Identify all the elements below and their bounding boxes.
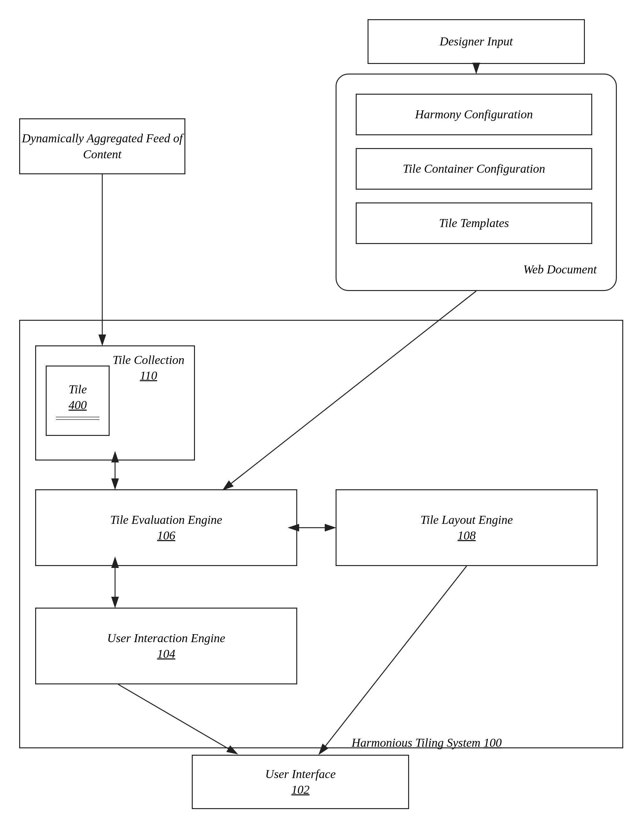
dynamic-feed-box: Dynamically Aggregated Feed of Content bbox=[19, 118, 185, 174]
designer-input-box: Designer Input bbox=[368, 19, 585, 64]
user-interaction-engine-box: User Interaction Engine 104 bbox=[35, 608, 297, 684]
harmonious-system-label: Harmonious Tiling System 100 bbox=[352, 736, 502, 750]
tile-templates-label: Tile Templates bbox=[439, 215, 509, 231]
tile-number: 400 bbox=[69, 397, 87, 413]
web-document-label: Web Document bbox=[523, 262, 597, 277]
tile-eval-engine-box: Tile Evaluation Engine 106 bbox=[35, 489, 297, 566]
tile-label: Tile bbox=[68, 382, 87, 397]
diagram: Designer Input Harmony Configuration Til… bbox=[0, 0, 644, 835]
user-interaction-engine-label: User Interaction Engine bbox=[107, 630, 225, 646]
tile-layout-engine-box: Tile Layout Engine 108 bbox=[336, 489, 598, 566]
tile-container-config-box: Tile Container Configuration bbox=[356, 148, 592, 190]
user-interface-number: 102 bbox=[291, 782, 309, 798]
user-interaction-engine-number: 104 bbox=[157, 646, 175, 662]
tile-container-config-label: Tile Container Configuration bbox=[403, 161, 545, 177]
designer-input-label: Designer Input bbox=[440, 34, 513, 49]
dynamic-feed-label: Dynamically Aggregated Feed of Content bbox=[20, 130, 185, 162]
tile-templates-box: Tile Templates bbox=[356, 202, 592, 244]
tile-collection-label: Tile Collection 110 bbox=[112, 352, 185, 384]
web-document-container: Harmony Configuration Tile Container Con… bbox=[336, 73, 617, 291]
user-interface-label: User Interface bbox=[265, 766, 336, 782]
tile-eval-engine-number: 106 bbox=[157, 528, 175, 543]
tile-eval-engine-label: Tile Evaluation Engine bbox=[110, 512, 222, 528]
harmony-config-label: Harmony Configuration bbox=[415, 107, 533, 122]
tile-layout-engine-label: Tile Layout Engine bbox=[420, 512, 513, 528]
user-interface-box: User Interface 102 bbox=[192, 755, 409, 809]
tile-layout-engine-number: 108 bbox=[457, 528, 476, 543]
tile-collection-box: Tile Collection 110 Tile 400 bbox=[35, 345, 195, 461]
harmony-config-box: Harmony Configuration bbox=[356, 94, 592, 135]
